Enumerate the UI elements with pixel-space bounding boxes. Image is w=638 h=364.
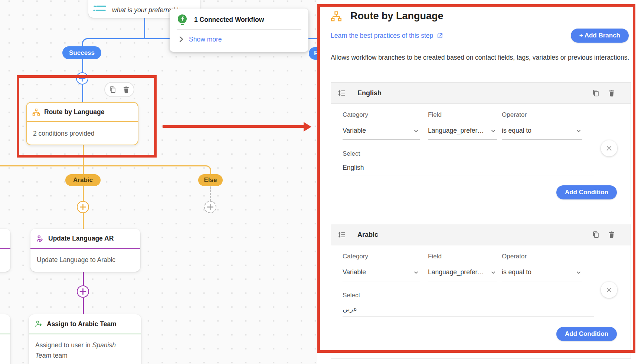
panel-title: Route by Language <box>350 10 444 22</box>
copy-branch-button[interactable] <box>592 231 600 239</box>
operator-select[interactable]: is equal to <box>502 127 582 140</box>
success-branch-badge[interactable]: Success <box>62 46 101 59</box>
node-actions <box>104 82 134 97</box>
node-divider <box>0 334 10 334</box>
show-more-link[interactable]: Show more <box>189 36 222 43</box>
operator-label: Operator <box>502 111 582 119</box>
add-condition-button[interactable]: Add Condition <box>556 327 617 341</box>
update-language-node[interactable]: Update Language AR Update Language to Ar… <box>30 229 140 272</box>
select-label: Select <box>343 292 616 299</box>
connected-workflow-tooltip: 1 Connected Workflow Show more <box>170 9 308 52</box>
connector <box>83 213 84 229</box>
partial-node[interactable] <box>0 229 10 272</box>
field-label: Field <box>428 111 497 119</box>
remove-condition-button[interactable] <box>601 282 617 298</box>
chevron-down-icon <box>575 269 582 276</box>
subtitle-text: team <box>51 352 68 359</box>
show-more-row[interactable]: Show more <box>177 35 222 43</box>
connector <box>83 186 84 201</box>
node-subtitle: Assigned to user in Spanish Team team <box>29 334 126 364</box>
operator-label: Operator <box>502 253 582 260</box>
branch-name: Arabic <box>357 231 584 239</box>
select-value-field[interactable]: عربي <box>343 305 594 317</box>
chevron-down-icon <box>575 127 582 135</box>
question-text: what is your preferred l <box>112 6 178 14</box>
lightbulb-icon <box>177 14 187 25</box>
assign-team-node[interactable]: Assign to Arabic Team Assigned to user i… <box>29 314 141 364</box>
connector <box>0 165 206 166</box>
copy-node-button[interactable] <box>108 86 117 94</box>
chevron-down-icon <box>412 269 420 276</box>
connector <box>83 272 84 286</box>
best-practices-row[interactable]: Learn the best practices of this step <box>331 32 444 40</box>
node-divider <box>0 248 10 249</box>
person-edit-icon <box>36 235 44 243</box>
field-select[interactable]: Language_prefer… <box>428 127 497 140</box>
chevron-right-icon[interactable] <box>177 35 185 43</box>
delete-node-button[interactable] <box>122 86 130 94</box>
add-step-button-dashed[interactable] <box>204 201 216 213</box>
partial-node[interactable] <box>0 314 10 364</box>
category-label: Category <box>343 253 420 260</box>
node-title: Update Language AR <box>48 235 114 242</box>
connector <box>82 59 83 73</box>
annotation-arrow-head <box>304 122 311 132</box>
add-step-button[interactable] <box>77 201 89 213</box>
else-branch-badge[interactable]: Else <box>198 174 223 186</box>
step-config-panel: Route by Language Learn the best practic… <box>317 0 638 364</box>
sitemap-icon <box>32 108 40 116</box>
branch-card-english: English Category <box>331 82 631 217</box>
delete-branch-button[interactable] <box>608 231 616 239</box>
node-subtitle: Update Language to Arabic <box>30 249 140 271</box>
person-add-icon <box>35 320 43 328</box>
add-step-button[interactable] <box>77 285 89 298</box>
category-select[interactable]: Variable <box>343 268 420 281</box>
category-select[interactable]: Variable <box>343 127 420 140</box>
best-practices-link[interactable]: Learn the best practices of this step <box>331 32 433 40</box>
select-label: Select <box>343 150 616 158</box>
arabic-branch-badge[interactable]: Arabic <box>65 174 101 186</box>
add-step-button[interactable] <box>76 72 88 85</box>
operator-select[interactable]: is equal to <box>502 268 582 281</box>
external-link-icon[interactable] <box>436 32 444 39</box>
branch-name: English <box>357 89 584 97</box>
add-branch-button[interactable]: + Add Branch <box>571 29 629 43</box>
chevron-down-icon <box>490 127 497 135</box>
remove-condition-button[interactable] <box>601 140 617 156</box>
tooltip-title: 1 Connected Workflow <box>194 16 264 24</box>
node-subtitle: 2 conditions provided <box>27 122 138 144</box>
field-select[interactable]: Language_prefer… <box>428 268 497 281</box>
route-by-language-node[interactable]: Route by Language 2 conditions provided <box>26 102 138 145</box>
connector-dashed <box>210 186 211 201</box>
category-label: Category <box>343 111 420 119</box>
drag-handle-icon[interactable] <box>338 231 346 239</box>
connector <box>82 84 83 103</box>
node-title: Assign to Arabic Team <box>47 320 117 328</box>
copy-branch-button[interactable] <box>592 89 600 97</box>
delete-branch-button[interactable] <box>608 89 616 97</box>
chevron-down-icon <box>412 127 420 135</box>
field-label: Field <box>428 253 497 260</box>
workflow-builder-screen: what is your preferred l 1 Connected Wor… <box>0 0 638 364</box>
node-title: Route by Language <box>44 108 104 116</box>
sitemap-icon <box>331 11 342 22</box>
connector <box>83 145 84 175</box>
drag-handle-icon[interactable] <box>338 89 346 97</box>
connector <box>144 17 145 39</box>
add-condition-button[interactable]: Add Condition <box>556 185 617 199</box>
tooltip-divider <box>177 29 301 30</box>
connector <box>83 298 84 315</box>
panel-description: Allows workflow branches to be created b… <box>331 52 634 63</box>
select-value-field[interactable]: English <box>343 164 594 175</box>
annotation-arrow <box>163 125 304 128</box>
chevron-down-icon <box>490 269 497 276</box>
list-icon <box>93 3 107 13</box>
subtitle-text: Assigned to user in <box>35 341 92 349</box>
branch-card-arabic: Arabic Category <box>331 224 631 359</box>
